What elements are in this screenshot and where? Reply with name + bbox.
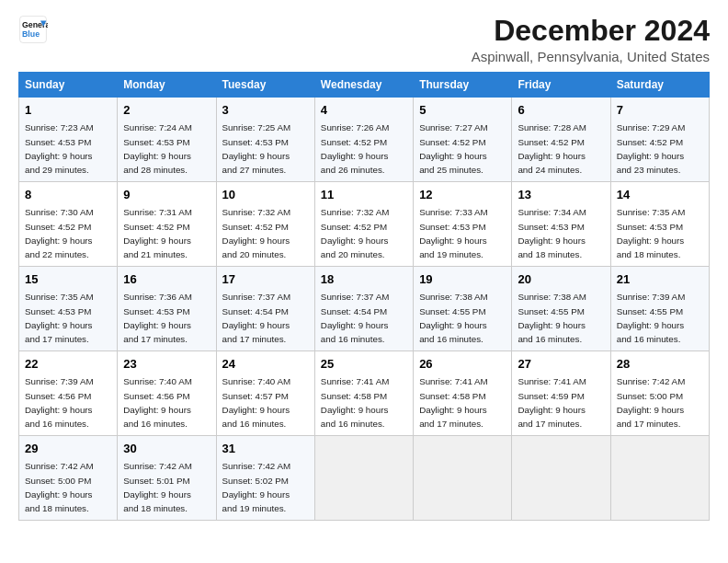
table-cell: 27Sunrise: 7:41 AM Sunset: 4:59 PM Dayli… xyxy=(512,351,610,436)
table-cell: 21Sunrise: 7:39 AM Sunset: 4:55 PM Dayli… xyxy=(610,267,709,351)
table-cell: 12Sunrise: 7:33 AM Sunset: 4:53 PM Dayli… xyxy=(414,182,512,267)
table-cell: 14Sunrise: 7:35 AM Sunset: 4:53 PM Dayli… xyxy=(610,182,709,267)
table-cell: 24Sunrise: 7:40 AM Sunset: 4:57 PM Dayli… xyxy=(216,351,314,436)
table-cell: 2Sunrise: 7:24 AM Sunset: 4:53 PM Daylig… xyxy=(118,98,216,182)
logo-icon: General Blue xyxy=(18,15,48,44)
table-cell: 9Sunrise: 7:31 AM Sunset: 4:52 PM Daylig… xyxy=(118,182,216,267)
calendar-body: 1Sunrise: 7:23 AM Sunset: 4:53 PM Daylig… xyxy=(19,98,710,521)
table-cell: 11Sunrise: 7:32 AM Sunset: 4:52 PM Dayli… xyxy=(314,182,413,267)
day-number: 29 xyxy=(25,441,111,457)
table-cell: 16Sunrise: 7:36 AM Sunset: 4:53 PM Dayli… xyxy=(118,267,216,351)
title-block: December 2024 Aspinwall, Pennsylvania, U… xyxy=(472,15,710,64)
day-info: Sunrise: 7:38 AM Sunset: 4:55 PM Dayligh… xyxy=(518,292,586,344)
table-cell xyxy=(512,436,610,521)
table-cell: 13Sunrise: 7:34 AM Sunset: 4:53 PM Dayli… xyxy=(512,182,610,267)
col-sunday: Sunday xyxy=(19,73,118,98)
svg-text:Blue: Blue xyxy=(22,29,40,39)
day-info: Sunrise: 7:36 AM Sunset: 4:53 PM Dayligh… xyxy=(123,292,192,344)
day-number: 24 xyxy=(222,356,309,373)
day-number: 26 xyxy=(419,356,506,373)
day-info: Sunrise: 7:25 AM Sunset: 4:53 PM Dayligh… xyxy=(222,122,291,175)
subtitle: Aspinwall, Pennsylvania, United States xyxy=(472,49,710,64)
table-cell: 29Sunrise: 7:42 AM Sunset: 5:00 PM Dayli… xyxy=(19,436,118,521)
calendar-table: Sunday Monday Tuesday Wednesday Thursday… xyxy=(18,72,710,521)
day-info: Sunrise: 7:26 AM Sunset: 4:52 PM Dayligh… xyxy=(321,122,390,175)
table-row: 1Sunrise: 7:23 AM Sunset: 4:53 PM Daylig… xyxy=(19,98,710,182)
table-cell: 5Sunrise: 7:27 AM Sunset: 4:52 PM Daylig… xyxy=(414,98,512,182)
day-number: 8 xyxy=(25,187,111,203)
day-info: Sunrise: 7:35 AM Sunset: 4:53 PM Dayligh… xyxy=(617,207,686,259)
day-number: 20 xyxy=(518,271,604,288)
day-info: Sunrise: 7:23 AM Sunset: 4:53 PM Dayligh… xyxy=(25,122,94,175)
day-number: 5 xyxy=(419,102,506,119)
day-info: Sunrise: 7:33 AM Sunset: 4:53 PM Dayligh… xyxy=(419,207,488,259)
day-number: 22 xyxy=(25,356,111,373)
table-row: 8Sunrise: 7:30 AM Sunset: 4:52 PM Daylig… xyxy=(19,182,710,267)
table-cell: 20Sunrise: 7:38 AM Sunset: 4:55 PM Dayli… xyxy=(512,267,610,351)
day-number: 21 xyxy=(617,271,703,288)
col-friday: Friday xyxy=(512,73,610,98)
table-cell: 19Sunrise: 7:38 AM Sunset: 4:55 PM Dayli… xyxy=(414,267,512,351)
col-saturday: Saturday xyxy=(610,73,709,98)
day-number: 12 xyxy=(419,187,506,203)
day-number: 23 xyxy=(123,356,210,373)
day-info: Sunrise: 7:29 AM Sunset: 4:52 PM Dayligh… xyxy=(617,122,686,175)
table-cell: 22Sunrise: 7:39 AM Sunset: 4:56 PM Dayli… xyxy=(19,351,118,436)
day-info: Sunrise: 7:31 AM Sunset: 4:52 PM Dayligh… xyxy=(123,207,192,259)
table-cell: 26Sunrise: 7:41 AM Sunset: 4:58 PM Dayli… xyxy=(414,351,512,436)
day-info: Sunrise: 7:39 AM Sunset: 4:55 PM Dayligh… xyxy=(617,292,686,344)
table-cell: 18Sunrise: 7:37 AM Sunset: 4:54 PM Dayli… xyxy=(314,267,413,351)
day-info: Sunrise: 7:42 AM Sunset: 5:02 PM Dayligh… xyxy=(222,461,291,513)
day-info: Sunrise: 7:41 AM Sunset: 4:58 PM Dayligh… xyxy=(321,376,390,429)
day-info: Sunrise: 7:27 AM Sunset: 4:52 PM Dayligh… xyxy=(419,122,488,175)
day-number: 17 xyxy=(222,271,309,288)
day-number: 14 xyxy=(617,187,703,203)
header-row: General Blue December 2024 Aspinwall, Pe… xyxy=(18,15,710,64)
table-cell: 28Sunrise: 7:42 AM Sunset: 5:00 PM Dayli… xyxy=(610,351,709,436)
day-number: 11 xyxy=(321,187,407,203)
header-row: Sunday Monday Tuesday Wednesday Thursday… xyxy=(19,73,710,98)
table-cell: 17Sunrise: 7:37 AM Sunset: 4:54 PM Dayli… xyxy=(216,267,314,351)
col-monday: Monday xyxy=(118,73,216,98)
table-cell: 8Sunrise: 7:30 AM Sunset: 4:52 PM Daylig… xyxy=(19,182,118,267)
table-cell: 3Sunrise: 7:25 AM Sunset: 4:53 PM Daylig… xyxy=(216,98,314,182)
day-info: Sunrise: 7:32 AM Sunset: 4:52 PM Dayligh… xyxy=(222,207,291,259)
day-info: Sunrise: 7:38 AM Sunset: 4:55 PM Dayligh… xyxy=(419,292,488,344)
day-info: Sunrise: 7:40 AM Sunset: 4:57 PM Dayligh… xyxy=(222,376,291,429)
day-number: 25 xyxy=(321,356,407,373)
day-number: 6 xyxy=(518,102,604,119)
table-row: 15Sunrise: 7:35 AM Sunset: 4:53 PM Dayli… xyxy=(19,267,710,351)
day-number: 4 xyxy=(321,102,407,119)
table-cell xyxy=(314,436,413,521)
day-info: Sunrise: 7:37 AM Sunset: 4:54 PM Dayligh… xyxy=(222,292,291,344)
day-info: Sunrise: 7:39 AM Sunset: 4:56 PM Dayligh… xyxy=(25,376,94,429)
day-info: Sunrise: 7:41 AM Sunset: 4:58 PM Dayligh… xyxy=(419,376,488,429)
col-wednesday: Wednesday xyxy=(314,73,413,98)
table-cell: 31Sunrise: 7:42 AM Sunset: 5:02 PM Dayli… xyxy=(216,436,314,521)
day-number: 3 xyxy=(222,102,309,119)
page-container: General Blue December 2024 Aspinwall, Pe… xyxy=(0,0,728,530)
table-cell xyxy=(610,436,709,521)
logo: General Blue xyxy=(18,15,48,44)
table-row: 22Sunrise: 7:39 AM Sunset: 4:56 PM Dayli… xyxy=(19,351,710,436)
day-number: 10 xyxy=(222,187,309,203)
day-number: 7 xyxy=(617,102,703,119)
table-cell: 25Sunrise: 7:41 AM Sunset: 4:58 PM Dayli… xyxy=(314,351,413,436)
day-info: Sunrise: 7:42 AM Sunset: 5:00 PM Dayligh… xyxy=(617,376,686,429)
day-info: Sunrise: 7:24 AM Sunset: 4:53 PM Dayligh… xyxy=(123,122,192,175)
day-info: Sunrise: 7:42 AM Sunset: 5:01 PM Dayligh… xyxy=(123,461,192,513)
table-cell: 7Sunrise: 7:29 AM Sunset: 4:52 PM Daylig… xyxy=(610,98,709,182)
day-number: 9 xyxy=(123,187,210,203)
day-number: 28 xyxy=(617,356,703,373)
calendar-header: Sunday Monday Tuesday Wednesday Thursday… xyxy=(19,73,710,98)
day-info: Sunrise: 7:28 AM Sunset: 4:52 PM Dayligh… xyxy=(518,122,586,175)
day-info: Sunrise: 7:37 AM Sunset: 4:54 PM Dayligh… xyxy=(321,292,390,344)
table-cell xyxy=(414,436,512,521)
day-info: Sunrise: 7:35 AM Sunset: 4:53 PM Dayligh… xyxy=(25,292,94,344)
table-cell: 30Sunrise: 7:42 AM Sunset: 5:01 PM Dayli… xyxy=(118,436,216,521)
day-number: 2 xyxy=(123,102,210,119)
main-title: December 2024 xyxy=(472,15,710,47)
day-number: 15 xyxy=(25,271,111,288)
table-cell: 4Sunrise: 7:26 AM Sunset: 4:52 PM Daylig… xyxy=(314,98,413,182)
day-info: Sunrise: 7:32 AM Sunset: 4:52 PM Dayligh… xyxy=(321,207,390,259)
